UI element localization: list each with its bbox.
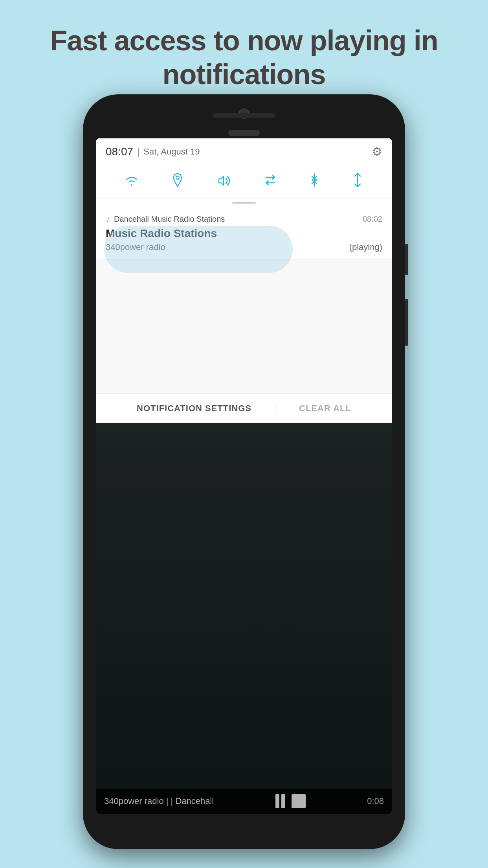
player-controls [275,794,306,808]
phone-volume-button [405,299,408,346]
notification-time: 08:02 [363,215,382,224]
player-time: 0:08 [367,796,384,806]
sync-icon[interactable] [264,173,277,190]
bluetooth-icon[interactable] [310,173,319,191]
footer-divider [275,403,275,414]
notification-app-name: Dancehall Music Radio Stations [114,215,359,224]
notification-empty-space [96,260,392,394]
notification-subtitle: 340power radio (playing) [106,242,382,252]
player-bar: 340power radio | | Dancehall 0:08 [96,789,392,814]
settings-icon[interactable]: ⚙ [372,145,382,158]
notification-playing-status: (playing) [349,242,382,252]
notification-settings-button[interactable]: NOTIFICATION SETTINGS [137,403,251,414]
wifi-icon[interactable] [125,174,139,190]
notification-footer: NOTIFICATION SETTINGS CLEAR ALL [96,394,392,423]
phone-speaker [213,113,275,118]
player-station-name: 340power radio | | Dancehall [104,796,214,806]
music-icon: ♪ [106,214,110,224]
phone-power-button [405,244,408,275]
clear-all-button[interactable]: CLEAR ALL [299,403,351,414]
status-bar-left: 08:07 | Sat, August 19 [106,145,200,158]
volume-icon[interactable] [216,174,231,190]
status-date: Sat, August 19 [143,147,200,157]
location-icon[interactable] [172,173,183,191]
status-time: 08:07 [106,145,133,158]
phone-home-button [228,130,260,136]
pause-icon[interactable] [275,794,285,808]
phone-device: 340power radio | | Dancehall ▶ 808Reggae… [83,94,405,849]
phone-screen: 340power radio | | Dancehall ▶ 808Reggae… [96,138,392,814]
notification-station: 340power radio [106,242,165,252]
header-section: Fast access to now playing in notificati… [0,0,488,107]
quick-settings-row [96,165,392,199]
notification-panel: 08:07 | Sat, August 19 ⚙ [96,138,392,423]
status-bar: 08:07 | Sat, August 19 ⚙ [96,138,392,165]
drag-handle [96,199,392,207]
stop-icon[interactable] [292,794,306,808]
page-title: Fast access to now playing in notificati… [0,0,488,107]
data-transfer-icon[interactable] [352,173,363,191]
notification-title: Music Radio Stations [106,227,382,240]
notification-header: ♪ Dancehall Music Radio Stations 08:02 [106,214,382,224]
notification-card[interactable]: ♪ Dancehall Music Radio Stations 08:02 M… [96,207,392,260]
status-divider: | [137,146,139,157]
